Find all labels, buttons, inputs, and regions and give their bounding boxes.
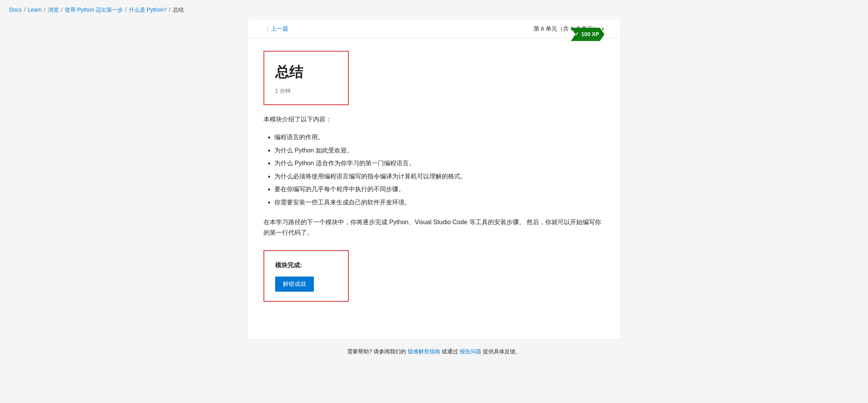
main-content: 〈 上一篇 第 6 单元（共 6 个单元） ∨ 总结 1 分钟 ✓ 100 XP <box>248 19 620 339</box>
footer-help-suffix: 提供具体反馈。 <box>483 348 521 355</box>
article-body: 总结 1 分钟 ✓ 100 XP 本模块介绍了以下内容： 编程语言的作用。 为什… <box>248 38 620 323</box>
xp-badge-wrapper: ✓ 100 XP <box>571 28 604 41</box>
troubleshooting-link[interactable]: 疑难解答指南 <box>408 348 440 355</box>
list-item: 为什么必须将使用编程语言编写的指令编译为计算机可以理解的格式。 <box>274 171 604 182</box>
breadcrumb-sep-1: / <box>24 5 26 14</box>
breadcrumb-sep-2: / <box>44 5 46 14</box>
article-title: 总结 <box>275 61 337 83</box>
breadcrumb-sep-4: / <box>125 5 127 14</box>
list-item: 为什么 Python 适合作为你学习的第一门编程语言。 <box>274 158 604 168</box>
breadcrumb-current: 总结 <box>173 5 184 14</box>
breadcrumb-learn-link[interactable]: Learn <box>28 5 42 14</box>
breadcrumb-docs-link[interactable]: Docs <box>9 5 22 14</box>
xp-badge: ✓ 100 XP <box>571 28 604 41</box>
xp-value: 100 XP <box>581 30 599 38</box>
list-item: 编程语言的作用。 <box>274 132 604 142</box>
page-wrapper: Docs / Learn / 浏览 / 使用 Python 迈出第一步 / 什么… <box>0 0 868 403</box>
completion-card-title: 模块完成: <box>275 260 337 270</box>
intro-text: 本模块介绍了以下内容： <box>264 114 604 125</box>
breadcrumb-browse-link[interactable]: 浏览 <box>48 5 59 14</box>
breadcrumb: Docs / Learn / 浏览 / 使用 Python 迈出第一步 / 什么… <box>0 0 868 19</box>
breadcrumb-unit-link[interactable]: 什么是 Python? <box>129 5 167 14</box>
unit-nav: 〈 上一篇 第 6 单元（共 6 个单元） ∨ <box>248 19 620 38</box>
report-issue-link[interactable]: 报告问题 <box>460 348 481 355</box>
list-item: 为什么 Python 如此受欢迎。 <box>274 145 604 156</box>
list-item: 要在你编写的几乎每个程序中执行的不同步骤。 <box>274 184 604 194</box>
title-card: 总结 1 分钟 <box>264 51 349 105</box>
breadcrumb-sep-5: / <box>169 5 170 14</box>
footer-help-middle: 或通过 <box>442 348 458 355</box>
unlock-achievement-button[interactable]: 解锁成就 <box>275 277 314 292</box>
prev-unit-link[interactable]: 〈 上一篇 <box>264 24 288 33</box>
content-list: 编程语言的作用。 为什么 Python 如此受欢迎。 为什么 Python 适合… <box>264 132 604 208</box>
completion-card: 模块完成: 解锁成就 <box>264 250 349 302</box>
footer-help-prefix: 需要帮助? 请参阅我们的 <box>347 348 406 355</box>
next-module-text: 在本学习路径的下一个模块中，你将逐步完成 Python、Visual Studi… <box>264 217 604 238</box>
check-icon: ✓ <box>575 30 579 38</box>
footer-help: 需要帮助? 请参阅我们的 疑难解答指南 或通过 报告问题 提供具体反馈。 <box>0 339 868 363</box>
list-item: 你需要安装一些工具来生成自己的软件开发环境。 <box>274 197 604 208</box>
title-xp-row: 总结 1 分钟 ✓ 100 XP <box>264 51 604 114</box>
breadcrumb-module-link[interactable]: 使用 Python 迈出第一步 <box>65 5 122 14</box>
article-duration: 1 分钟 <box>275 86 337 95</box>
breadcrumb-sep-3: / <box>61 5 63 14</box>
